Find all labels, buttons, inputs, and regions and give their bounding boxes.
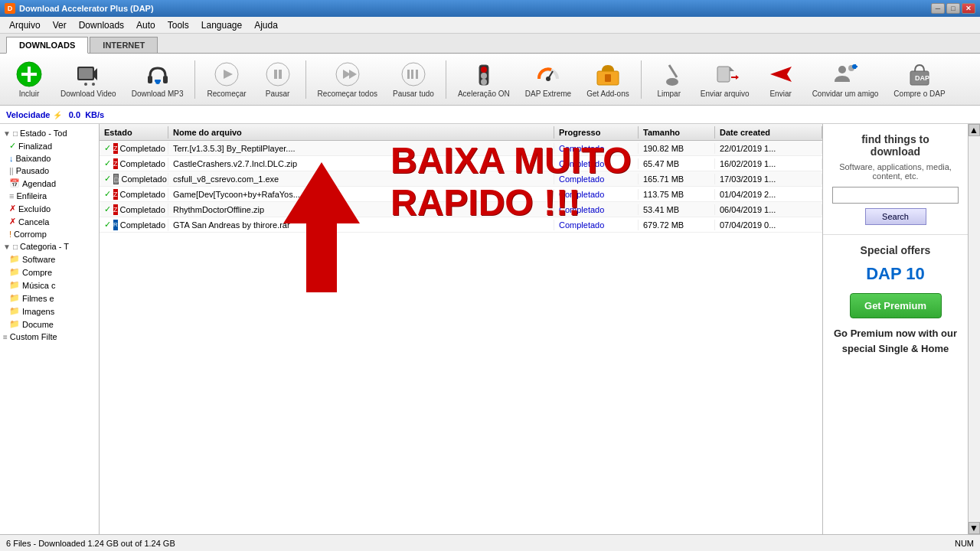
table-row[interactable]: ✓ R Completado GTA San Andreas by thiror… [100, 217, 822, 233]
scrollbar[interactable]: ▲ ▼ [968, 124, 980, 534]
tree-imagens[interactable]: 📁 Imagens [0, 305, 99, 318]
menu-auto[interactable]: Auto [130, 18, 162, 32]
menu-downloads[interactable]: Downloads [73, 18, 130, 32]
addons-icon [594, 60, 622, 88]
tree-enfileirado[interactable]: ≡ Enfileira [0, 190, 99, 202]
gauge-icon [534, 60, 562, 88]
tree-documentos[interactable]: 📁 Docume [0, 318, 99, 331]
speed-bar: Velocidade ⚡ 0.0 KB/s [0, 106, 980, 124]
tree-custom-filter[interactable]: ≡ Custom Filte [0, 331, 99, 343]
menu-tools[interactable]: Tools [162, 18, 195, 32]
convidar-button[interactable]: Convidar um amigo [805, 57, 886, 102]
tree-finalizado[interactable]: ✓ Finalizad [0, 139, 99, 152]
menu-ver[interactable]: Ver [47, 18, 73, 32]
traffic-icon [470, 60, 498, 88]
svg-point-7 [92, 83, 95, 86]
tree-musica[interactable]: 📁 Música c [0, 279, 99, 292]
download-mp3-button[interactable]: Download MP3 [125, 57, 191, 102]
enviar-arquivo-button[interactable]: Enviar arquivo [694, 57, 756, 102]
tree-corrompido[interactable]: ! Corromp [0, 228, 99, 240]
recomecar-label: Recomeçar [207, 90, 246, 98]
search-button[interactable]: Search [865, 208, 926, 225]
close-button[interactable]: ✕ [962, 3, 975, 14]
table-row[interactable]: ✓ Z Completado RhythmDoctorOffline.zip C… [100, 202, 822, 217]
status-bar: 6 Files - Downloaded 1.24 GB out of 1.24… [0, 534, 980, 551]
maximize-button[interactable]: □ [946, 3, 960, 14]
table-row[interactable]: ✓ Z Completado Terr.[v1.3.5.3] By_Reptil… [100, 141, 822, 156]
menu-ajuda[interactable]: Ajuda [248, 18, 284, 32]
pausar-tudo-button[interactable]: Pausar tudo [386, 57, 441, 102]
tree-compras[interactable]: 📁 Compre [0, 266, 99, 279]
tree-agendado[interactable]: 📅 Agendad [0, 177, 99, 190]
menu-language[interactable]: Language [195, 18, 248, 32]
limpar-button[interactable]: Limpar [646, 57, 692, 102]
cell-size-3: 165.71 MB [639, 174, 715, 184]
recomecar-todos-button[interactable]: Recomeçar todos [311, 57, 384, 102]
aceleracao-label: Aceleração ON [458, 90, 510, 98]
pause-icon [264, 60, 292, 88]
pausar-button[interactable]: Pausar [255, 57, 301, 102]
main-area: ▼ □ Estado - Tod ✓ Finalizad ↓ Baixando … [0, 124, 980, 534]
enviar-button[interactable]: Enviar [758, 57, 804, 102]
tree-baixando[interactable]: ↓ Baixando [0, 152, 99, 165]
tree-filmes[interactable]: 📁 Filmes e [0, 292, 99, 305]
special-offers-title: Special offers [829, 244, 962, 256]
cell-estado-5: ✓ Z Completado [100, 204, 168, 216]
check-green-icon-4: ✓ [104, 189, 111, 199]
recomecar-button[interactable]: Recomeçar [200, 57, 253, 102]
aceleracao-button[interactable]: Aceleração ON [451, 57, 517, 102]
col-estado-header[interactable]: Estado [100, 126, 168, 139]
svg-point-29 [546, 77, 550, 81]
svg-rect-21 [407, 70, 410, 79]
queue-icon: ≡ [9, 191, 14, 201]
recomecar-todos-label: Recomeçar todos [318, 90, 377, 98]
tree-cancelado[interactable]: ✗ Cancela [0, 215, 99, 228]
col-nome-header[interactable]: Nome do arquivo [168, 126, 554, 139]
cell-nome-6: GTA San Andreas by thirore.rar [168, 220, 554, 230]
file-type-icon-6: R [113, 220, 118, 230]
tree-categoria-group[interactable]: ▼ □ Categoria - T [0, 240, 99, 253]
svg-rect-34 [717, 67, 730, 82]
enviar-label: Enviar [769, 90, 791, 98]
comprar-button[interactable]: DAP Compre o DAP [887, 57, 952, 102]
tree-pausado[interactable]: || Pausado [0, 165, 99, 177]
tree-documentos-label: Docume [22, 320, 54, 329]
speed-icon: ⚡ [53, 111, 62, 119]
tree-compras-label: Compre [22, 268, 52, 277]
tree-agendado-label: Agendad [22, 179, 56, 188]
plus-icon [15, 60, 43, 88]
enviar-arquivo-label: Enviar arquivo [701, 90, 750, 98]
tree-musica-label: Música c [22, 281, 55, 290]
tree-categoria-label: Categoria - T [20, 242, 69, 251]
cell-prog-4: Completado [554, 189, 639, 200]
table-row[interactable]: ✓ Z Completado CastleCrashers.v2.7.Incl.… [100, 156, 822, 171]
offers-section: Special offers DAP 10 Get Premium Go Pre… [823, 235, 968, 365]
tab-downloads[interactable]: DOWNLOADS [6, 37, 88, 54]
tree-baixando-label: Baixando [16, 154, 51, 163]
table-row[interactable]: ✓ □ Completado csfull_v8_csrevo.com_1.ex… [100, 171, 822, 187]
table-row[interactable]: ✓ Z Completado Game[Dev[Tycoon+by+RafaYo… [100, 187, 822, 202]
scroll-track[interactable] [969, 136, 980, 522]
cell-date-2: 16/02/2019 1... [715, 158, 822, 169]
menu-arquivo[interactable]: Arquivo [3, 18, 47, 32]
scroll-up[interactable]: ▲ [969, 124, 980, 136]
tab-internet[interactable]: INTERNET [90, 37, 158, 53]
col-tamanho-header[interactable]: Tamanho [639, 126, 715, 139]
find-subtitle: Software, applications, media, content, … [832, 162, 959, 181]
file-list-container: Estado Nome do arquivo Progresso Tamanho… [100, 124, 822, 534]
tree-software[interactable]: 📁 Software [0, 253, 99, 266]
tree-excluido[interactable]: ✗ Excluído [0, 202, 99, 215]
incluir-label: Incluir [19, 90, 40, 98]
get-premium-button[interactable]: Get Premium [850, 293, 942, 318]
tree-estado-group[interactable]: ▼ □ Estado - Tod [0, 127, 99, 139]
dap-extreme-button[interactable]: DAP Extreme [518, 57, 578, 102]
col-progresso-header[interactable]: Progresso [554, 126, 639, 139]
get-addons-button[interactable]: Get Add-ons [580, 57, 636, 102]
svg-rect-8 [148, 76, 152, 83]
minimize-button[interactable]: ─ [931, 3, 945, 14]
incluir-button[interactable]: Incluir [6, 57, 52, 102]
col-data-header[interactable]: Date created [715, 126, 822, 139]
search-input[interactable] [832, 187, 959, 204]
download-video-button[interactable]: Download Video [54, 57, 123, 102]
scroll-down[interactable]: ▼ [969, 522, 980, 534]
